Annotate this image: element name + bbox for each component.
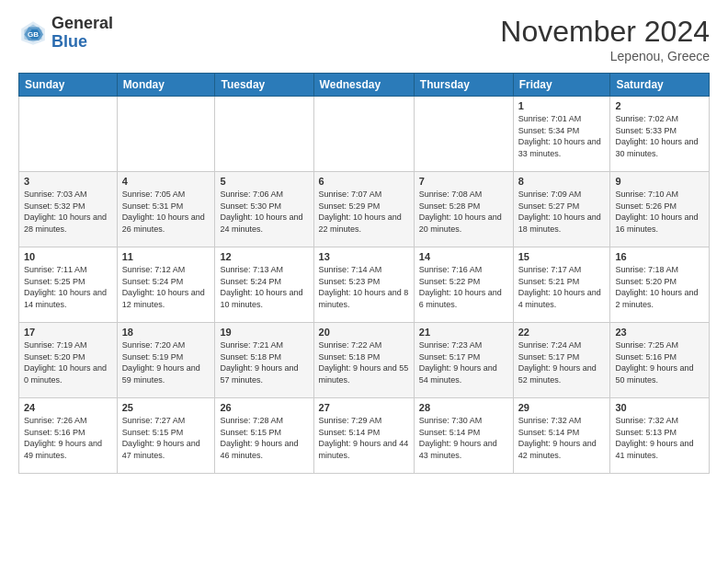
day-number: 8: [518, 176, 606, 187]
day-number: 9: [615, 176, 704, 187]
day-content: Sunrise: 7:27 AMSunset: 5:15 PMDaylight:…: [122, 415, 210, 461]
day-number: 27: [319, 402, 409, 413]
col-friday: Friday: [513, 74, 610, 97]
day-number: 2: [615, 100, 704, 111]
calendar-week-row: 1Sunrise: 7:01 AMSunset: 5:34 PMDaylight…: [19, 97, 710, 172]
day-number: 22: [518, 327, 606, 338]
header: GB General Blue November 2024 Lepenou, G…: [18, 15, 710, 63]
day-number: 24: [24, 402, 112, 413]
day-content: Sunrise: 7:26 AMSunset: 5:16 PMDaylight:…: [24, 415, 112, 461]
day-content: Sunrise: 7:16 AMSunset: 5:22 PMDaylight:…: [419, 264, 508, 310]
calendar: Sunday Monday Tuesday Wednesday Thursday…: [18, 73, 710, 474]
day-content: Sunrise: 7:24 AMSunset: 5:17 PMDaylight:…: [518, 339, 606, 385]
table-row: 9Sunrise: 7:10 AMSunset: 5:26 PMDaylight…: [610, 172, 710, 247]
day-content: Sunrise: 7:17 AMSunset: 5:21 PMDaylight:…: [518, 264, 606, 310]
table-row: [117, 97, 215, 172]
day-number: 14: [419, 251, 508, 262]
table-row: 14Sunrise: 7:16 AMSunset: 5:22 PMDayligh…: [414, 247, 513, 323]
day-number: 10: [24, 251, 112, 262]
table-row: 8Sunrise: 7:09 AMSunset: 5:27 PMDaylight…: [513, 172, 610, 247]
day-number: 7: [419, 176, 508, 187]
table-row: 2Sunrise: 7:02 AMSunset: 5:33 PMDaylight…: [610, 97, 710, 172]
day-content: Sunrise: 7:20 AMSunset: 5:19 PMDaylight:…: [122, 339, 210, 385]
table-row: 7Sunrise: 7:08 AMSunset: 5:28 PMDaylight…: [414, 172, 513, 247]
day-content: Sunrise: 7:09 AMSunset: 5:27 PMDaylight:…: [518, 189, 606, 235]
logo-general: General: [51, 14, 113, 32]
day-content: Sunrise: 7:18 AMSunset: 5:20 PMDaylight:…: [615, 264, 704, 310]
day-number: 20: [319, 327, 409, 338]
day-content: Sunrise: 7:11 AMSunset: 5:25 PMDaylight:…: [24, 264, 112, 310]
table-row: 10Sunrise: 7:11 AMSunset: 5:25 PMDayligh…: [19, 247, 118, 323]
logo: GB General Blue: [18, 15, 113, 52]
day-content: Sunrise: 7:14 AMSunset: 5:23 PMDaylight:…: [319, 264, 409, 310]
table-row: 25Sunrise: 7:27 AMSunset: 5:15 PMDayligh…: [117, 398, 215, 474]
day-content: Sunrise: 7:28 AMSunset: 5:15 PMDaylight:…: [220, 415, 308, 461]
table-row: 29Sunrise: 7:32 AMSunset: 5:14 PMDayligh…: [513, 398, 610, 474]
col-sunday: Sunday: [19, 74, 118, 97]
day-number: 5: [220, 176, 308, 187]
day-number: 25: [122, 402, 210, 413]
table-row: [313, 97, 414, 172]
table-row: 21Sunrise: 7:23 AMSunset: 5:17 PMDayligh…: [414, 323, 513, 398]
table-row: 12Sunrise: 7:13 AMSunset: 5:24 PMDayligh…: [215, 247, 313, 323]
day-content: Sunrise: 7:12 AMSunset: 5:24 PMDaylight:…: [122, 264, 210, 310]
table-row: 16Sunrise: 7:18 AMSunset: 5:20 PMDayligh…: [610, 247, 710, 323]
table-row: 22Sunrise: 7:24 AMSunset: 5:17 PMDayligh…: [513, 323, 610, 398]
day-content: Sunrise: 7:13 AMSunset: 5:24 PMDaylight:…: [220, 264, 308, 310]
table-row: 11Sunrise: 7:12 AMSunset: 5:24 PMDayligh…: [117, 247, 215, 323]
table-row: 28Sunrise: 7:30 AMSunset: 5:14 PMDayligh…: [414, 398, 513, 474]
table-row: 5Sunrise: 7:06 AMSunset: 5:30 PMDaylight…: [215, 172, 313, 247]
table-row: 27Sunrise: 7:29 AMSunset: 5:14 PMDayligh…: [313, 398, 414, 474]
table-row: 1Sunrise: 7:01 AMSunset: 5:34 PMDaylight…: [513, 97, 610, 172]
table-row: 15Sunrise: 7:17 AMSunset: 5:21 PMDayligh…: [513, 247, 610, 323]
calendar-week-row: 24Sunrise: 7:26 AMSunset: 5:16 PMDayligh…: [19, 398, 710, 474]
day-content: Sunrise: 7:23 AMSunset: 5:17 PMDaylight:…: [419, 339, 508, 385]
title-block: November 2024 Lepenou, Greece: [500, 15, 710, 63]
table-row: 6Sunrise: 7:07 AMSunset: 5:29 PMDaylight…: [313, 172, 414, 247]
day-number: 17: [24, 327, 112, 338]
table-row: [19, 97, 118, 172]
day-content: Sunrise: 7:02 AMSunset: 5:33 PMDaylight:…: [615, 113, 704, 159]
page: GB General Blue November 2024 Lepenou, G…: [0, 0, 728, 488]
day-number: 18: [122, 327, 210, 338]
day-content: Sunrise: 7:30 AMSunset: 5:14 PMDaylight:…: [419, 415, 508, 461]
day-number: 21: [419, 327, 508, 338]
table-row: 24Sunrise: 7:26 AMSunset: 5:16 PMDayligh…: [19, 398, 118, 474]
table-row: 18Sunrise: 7:20 AMSunset: 5:19 PMDayligh…: [117, 323, 215, 398]
day-number: 6: [319, 176, 409, 187]
table-row: 3Sunrise: 7:03 AMSunset: 5:32 PMDaylight…: [19, 172, 118, 247]
day-content: Sunrise: 7:32 AMSunset: 5:13 PMDaylight:…: [615, 415, 704, 461]
day-number: 13: [319, 251, 409, 262]
table-row: 13Sunrise: 7:14 AMSunset: 5:23 PMDayligh…: [313, 247, 414, 323]
day-content: Sunrise: 7:08 AMSunset: 5:28 PMDaylight:…: [419, 189, 508, 235]
day-number: 23: [615, 327, 704, 338]
calendar-header-row: Sunday Monday Tuesday Wednesday Thursday…: [19, 74, 710, 97]
table-row: 20Sunrise: 7:22 AMSunset: 5:18 PMDayligh…: [313, 323, 414, 398]
table-row: [215, 97, 313, 172]
col-monday: Monday: [117, 74, 215, 97]
day-content: Sunrise: 7:29 AMSunset: 5:14 PMDaylight:…: [319, 415, 409, 461]
day-number: 4: [122, 176, 210, 187]
day-number: 1: [518, 100, 606, 111]
calendar-week-row: 17Sunrise: 7:19 AMSunset: 5:20 PMDayligh…: [19, 323, 710, 398]
table-row: 19Sunrise: 7:21 AMSunset: 5:18 PMDayligh…: [215, 323, 313, 398]
day-content: Sunrise: 7:32 AMSunset: 5:14 PMDaylight:…: [518, 415, 606, 461]
col-wednesday: Wednesday: [313, 74, 414, 97]
day-content: Sunrise: 7:03 AMSunset: 5:32 PMDaylight:…: [24, 189, 112, 235]
calendar-week-row: 3Sunrise: 7:03 AMSunset: 5:32 PMDaylight…: [19, 172, 710, 247]
day-content: Sunrise: 7:19 AMSunset: 5:20 PMDaylight:…: [24, 339, 112, 385]
day-content: Sunrise: 7:01 AMSunset: 5:34 PMDaylight:…: [518, 113, 606, 159]
day-content: Sunrise: 7:21 AMSunset: 5:18 PMDaylight:…: [220, 339, 308, 385]
col-thursday: Thursday: [414, 74, 513, 97]
col-tuesday: Tuesday: [215, 74, 313, 97]
col-saturday: Saturday: [610, 74, 710, 97]
day-content: Sunrise: 7:25 AMSunset: 5:16 PMDaylight:…: [615, 339, 704, 385]
logo-icon: GB: [18, 18, 48, 48]
day-number: 3: [24, 176, 112, 187]
logo-blue: Blue: [51, 32, 87, 51]
table-row: [414, 97, 513, 172]
day-content: Sunrise: 7:06 AMSunset: 5:30 PMDaylight:…: [220, 189, 308, 235]
day-number: 30: [615, 402, 704, 413]
table-row: 17Sunrise: 7:19 AMSunset: 5:20 PMDayligh…: [19, 323, 118, 398]
month-title: November 2024: [500, 15, 710, 49]
